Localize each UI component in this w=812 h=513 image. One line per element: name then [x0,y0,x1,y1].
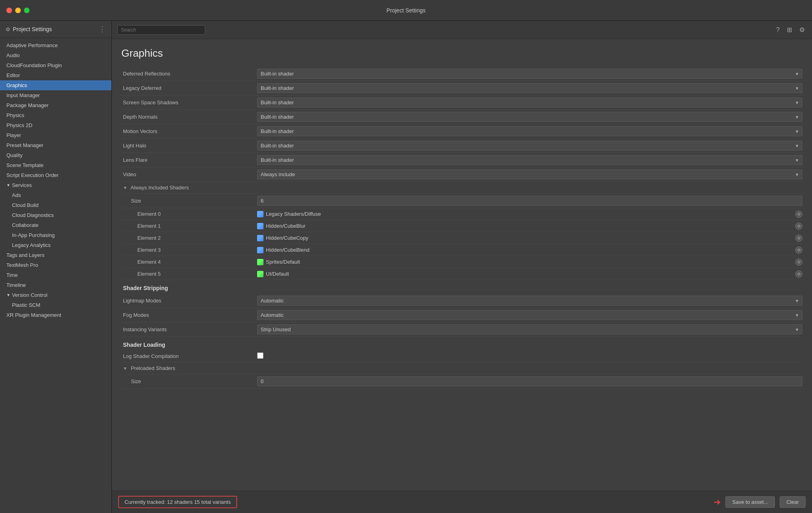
motion-vectors-row: Motion Vectors Built-in shader ▼ [121,124,802,139]
screen-space-shadows-select[interactable]: Built-in shader [257,97,802,107]
element-2-text: Hidden/CubeCopy [266,235,793,241]
sidebar-item-cloud-diagnostics[interactable]: Cloud Diagnostics [0,210,111,220]
sidebar-item-input-manager[interactable]: Input Manager [0,90,111,100]
minimize-button[interactable] [15,8,21,13]
element-5-select-btn[interactable]: ⊙ [795,270,802,278]
lens-flare-select[interactable]: Built-in shader [257,155,802,165]
sidebar-item-graphics[interactable]: Graphics [0,80,111,90]
sidebar-item-preset-manager[interactable]: Preset Manager [0,140,111,150]
sidebar-item-tags-and-layers[interactable]: Tags and Layers [0,250,111,260]
bottom-buttons: ➜ Save to asset... Clear [713,496,806,508]
light-halo-row: Light Halo Built-in shader ▼ [121,139,802,153]
always-included-collapse-arrow[interactable]: ▼ [123,185,129,190]
sidebar-item-script-execution[interactable]: Script Execution Order [0,170,111,180]
always-included-shaders-text: Always Included Shaders [131,185,189,191]
settings-icon[interactable]: ⚙ [798,25,806,34]
log-shader-compilation-value [257,352,802,360]
sidebar-item-in-app-purchasing[interactable]: In-App Purchasing [0,230,111,240]
element-3-select-btn[interactable]: ⊙ [795,247,802,254]
sidebar-item-legacy-analytics[interactable]: Legacy Analytics [0,240,111,250]
panel-title: Graphics [121,47,802,60]
toolbar-right: ? ⊞ ⚙ [774,25,806,34]
element-3-row: Element 3 Hidden/CubeBlend ⊙ [121,244,802,256]
sidebar-group-services[interactable]: ▼ Services [0,180,111,190]
deferred-reflections-select[interactable]: Built-in shader [257,69,802,79]
sidebar: ⚙ Project Settings ⋮ Adaptive Performanc… [0,21,112,513]
sidebar-item-textmesh-pro[interactable]: TextMesh Pro [0,260,111,270]
sidebar-item-scene-template[interactable]: Scene Template [0,160,111,170]
content-panel: Graphics Deferred Reflections Built-in s… [112,39,812,491]
element-1-value: Hidden/CubeBlur ⊙ [257,223,802,230]
deferred-reflections-row: Deferred Reflections Built-in shader ▼ [121,67,802,81]
clear-button[interactable]: Clear [780,496,806,508]
help-icon[interactable]: ? [774,26,781,34]
sidebar-item-physics[interactable]: Physics [0,110,111,120]
instancing-variants-select[interactable]: Strip Unused [257,324,802,334]
sidebar-item-player[interactable]: Player [0,130,111,140]
legacy-deferred-row: Legacy Deferred Built-in shader ▼ [121,81,802,95]
log-shader-compilation-row: Log Shader Compilation [121,350,802,362]
element-1-row: Element 1 Hidden/CubeBlur ⊙ [121,220,802,232]
element-2-select-btn[interactable]: ⊙ [795,235,802,242]
log-shader-compilation-checkbox[interactable] [257,352,263,359]
preloaded-size-input[interactable] [257,376,802,386]
close-button[interactable] [6,8,12,13]
legacy-deferred-select[interactable]: Built-in shader [257,83,802,93]
layout-icon[interactable]: ⊞ [785,25,794,34]
maximize-button[interactable] [24,8,30,13]
shader-icon-5 [257,271,263,277]
shaders-size-input[interactable] [257,196,802,206]
preloaded-shaders-row: ▼ Preloaded Shaders [121,362,802,374]
sidebar-item-xr-plugin[interactable]: XR Plugin Management [0,310,111,320]
sidebar-item-editor[interactable]: Editor [0,70,111,80]
sidebar-item-adaptive-performance[interactable]: Adaptive Performance [0,40,111,50]
sidebar-item-time[interactable]: Time [0,270,111,280]
save-to-asset-button[interactable]: Save to asset... [725,496,775,508]
lightmap-modes-row: Lightmap Modes Automatic ▼ [121,294,802,308]
element-0-label: Element 0 [121,211,257,217]
sidebar-item-ads[interactable]: Ads [0,190,111,200]
tracked-info: Currently tracked: 12 shaders 15 total v… [118,496,237,508]
main-container: ⚙ Project Settings ⋮ Adaptive Performanc… [0,21,812,513]
shader-icon-1 [257,223,263,229]
depth-normals-label: Depth Normals [121,114,257,120]
more-options-icon[interactable]: ⋮ [99,25,106,34]
sidebar-group-version-control[interactable]: ▼ Version Control [0,290,111,300]
shader-icon-2 [257,235,263,241]
element-4-value: Sprites/Default ⊙ [257,258,802,266]
window-title: Project Settings [386,7,426,14]
instancing-variants-label: Instancing Variants [121,326,257,332]
depth-normals-select[interactable]: Built-in shader [257,112,802,122]
element-4-row: Element 4 Sprites/Default ⊙ [121,256,802,268]
sidebar-item-audio[interactable]: Audio [0,50,111,60]
lightmap-modes-select[interactable]: Automatic [257,296,802,306]
light-halo-select[interactable]: Built-in shader [257,141,802,151]
sidebar-item-collaborate[interactable]: Collaborate [0,220,111,230]
services-expand-arrow: ▼ [6,183,10,187]
preloaded-shaders-collapse-arrow[interactable]: ▼ [123,366,129,371]
fog-modes-select[interactable]: Automatic [257,310,802,320]
element-0-select-btn[interactable]: ⊙ [795,211,802,218]
element-1-text: Hidden/CubeBlur [266,223,793,229]
sidebar-title: Project Settings [13,26,52,32]
sidebar-item-timeline[interactable]: Timeline [0,280,111,290]
element-4-select-btn[interactable]: ⊙ [795,258,802,266]
light-halo-label: Light Halo [121,143,257,149]
sidebar-item-package-manager[interactable]: Package Manager [0,100,111,110]
element-5-row: Element 5 UI/Default ⊙ [121,268,802,280]
element-1-select-btn[interactable]: ⊙ [795,223,802,230]
sidebar-item-cloudfoundation[interactable]: CloudFoundation Plugin [0,60,111,70]
shaders-size-label: Size [121,198,257,204]
sidebar-items-list: Adaptive Performance Audio CloudFoundati… [0,38,111,513]
video-select[interactable]: Always include [257,169,802,179]
sidebar-item-cloud-build[interactable]: Cloud Build [0,200,111,210]
sidebar-item-quality[interactable]: Quality [0,150,111,160]
sidebar-item-plastic-scm[interactable]: Plastic SCM [0,300,111,310]
motion-vectors-select[interactable]: Built-in shader [257,126,802,136]
search-input[interactable] [117,25,205,35]
element-5-label: Element 5 [121,271,257,277]
preloaded-size-label: Size [121,378,257,384]
deferred-reflections-label: Deferred Reflections [121,71,257,77]
sidebar-item-physics-2d[interactable]: Physics 2D [0,120,111,130]
sidebar-header: ⚙ Project Settings ⋮ [0,21,111,38]
